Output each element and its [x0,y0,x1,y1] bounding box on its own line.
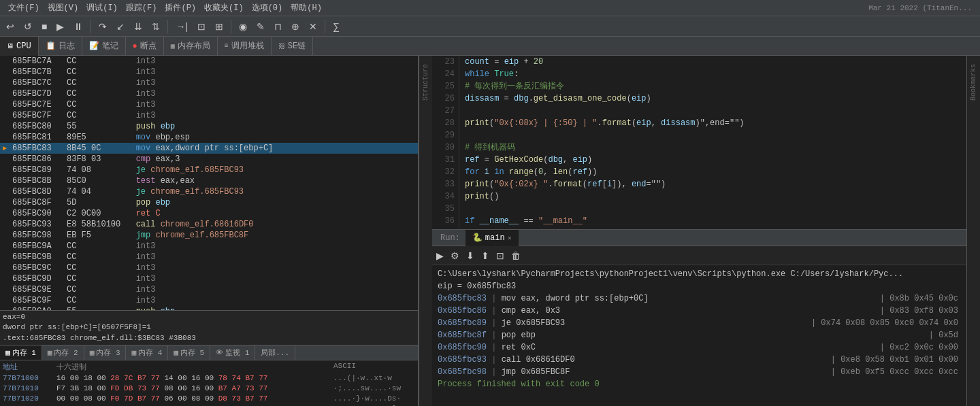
code-line[interactable] [465,203,961,215]
run-scroll-btn[interactable]: ⊡ [495,249,506,263]
menu-favorites[interactable]: 收藏夹(I) [200,2,248,14]
table-row[interactable]: 685FBC8189E5mov ebp,esp [0,132,418,143]
table-row[interactable]: 685FBC8055push ebp [0,121,418,132]
code-line[interactable]: for i in range(0, len(ref)) [465,166,961,178]
memory-tab-3-icon: ▦ [90,348,95,357]
toolbar-pause[interactable]: ⏸ [70,20,86,33]
toolbar-add[interactable]: ⊕ [288,20,303,33]
table-row[interactable]: 685FBC7ACCint3 [0,56,418,67]
menu-options[interactable]: 选项(0) [248,2,287,14]
run-output-row: 0x685fbc8f | pop ebp| 0x5d [438,329,961,341]
table-row[interactable]: 685FBC7BCCint3 [0,67,418,78]
disasm-area[interactable]: 685FBC7ACCint3685FBC7BCCint3685FBC7CCCin… [0,56,418,310]
code-line[interactable] [465,105,961,117]
table-row[interactable]: 685FBC8B85C0test eax,eax [0,175,418,186]
code-line[interactable]: # 每次得到一条反汇编指令 [465,80,961,92]
code-line[interactable]: count = eip + 20 [465,56,961,68]
tab-call-stack[interactable]: ≡ 调用堆栈 [218,37,272,56]
table-row[interactable]: 685FBC9FCCint3 [0,295,418,306]
memory-row[interactable]: 77B71010F7 3B 18 00 FD DB 73 77 08 00 16… [3,383,415,393]
memory-row[interactable]: 77B7100016 00 18 00 28 7C B7 77 14 00 16… [3,373,415,383]
toolbar-stop[interactable]: ■ [38,20,50,33]
editor-area[interactable]: 2324252627282930313233343536 count = eip… [432,56,966,229]
run-settings-btn[interactable]: ⚙ [449,249,461,263]
memory-tab-5[interactable]: ▦ 内存 5 [168,345,210,360]
toolbar-forward[interactable]: ↺ [20,20,35,33]
bookmarks-label: Bookmarks [970,64,977,101]
toolbar-sum[interactable]: ∑ [329,20,343,33]
tab-memory-layout[interactable]: ▦ 内存布局 [164,37,218,56]
run-tab-main[interactable]: 🐍 main ✕ [466,230,519,246]
toolbar-goto[interactable]: →| [172,20,191,33]
toolbar-edit[interactable]: ✎ [253,20,268,33]
code-line[interactable]: while True: [465,68,961,80]
menu-help[interactable]: 帮助(H) [287,2,326,14]
memory-tab-3[interactable]: ▦ 内存 3 [84,345,127,360]
toolbar-patch[interactable]: ⊞ [212,20,227,33]
memory-tab-1[interactable]: ▦ 内存 1 [0,345,42,360]
table-row[interactable]: 685FBC9ECCint3 [0,284,418,295]
toolbar-bp[interactable]: ◉ [235,20,250,33]
toolbar-close[interactable]: ✕ [306,20,321,33]
code-line[interactable] [465,129,961,141]
run-filter-btn[interactable]: ⬆ [480,249,491,263]
tab-breakpoints[interactable]: ● 断点 [126,37,164,56]
table-row[interactable]: 685FBC8683F8 03cmp eax,3 [0,154,418,165]
memory-row[interactable]: 77B7102000 00 08 00 F0 7D B7 77 06 00 08… [3,393,415,403]
memory-tab-1-icon: ▦ [5,348,10,357]
tab-seh[interactable]: ⛓ SE链 [272,37,313,56]
table-row[interactable]: 685FBC7CCCint3 [0,78,418,88]
line-number: 31 [436,154,455,166]
table-row[interactable]: 685FBC93E8 58B10100call chrome_elf.68616… [0,219,418,230]
table-row[interactable]: 685FBC9BCCint3 [0,252,418,263]
memory-tab-2[interactable]: ▦ 内存 2 [42,345,84,360]
code-line[interactable]: print("0x{:08x} | {:50} | ".format(eip, … [465,117,961,129]
tab-cpu[interactable]: 🖥 CPU [0,37,39,56]
code-content[interactable]: count = eip + 20 while True: # 每次得到一条反汇编… [459,56,966,229]
table-row[interactable]: ►685FBC838B45 0Cmov eax,dword ptr ss:[eb… [0,143,418,154]
code-line[interactable]: if __name__ == "__main__" [465,215,961,227]
toolbar-step-over[interactable]: ↙ [113,20,128,33]
code-line[interactable]: print() [465,190,961,203]
tab-log[interactable]: 📋 日志 [39,37,82,56]
table-row[interactable]: 685FBC90C2 0C00ret C [0,208,418,219]
run-tab-close-icon[interactable]: ✕ [508,234,512,242]
menu-file[interactable]: 文件(F) [4,2,44,14]
toolbar-step-out[interactable]: ⇊ [131,20,146,33]
run-play-btn[interactable]: ▶ [435,249,445,263]
toolbar-mem[interactable]: ⊓ [271,20,285,33]
code-line[interactable]: ref = GetHexCode(dbg, eip) [465,154,961,166]
table-row[interactable]: 685FBC8F5Dpop ebp [0,197,418,208]
menu-plugin[interactable]: 插件(P) [161,2,200,14]
table-row[interactable]: 685FBC7ECCint3 [0,99,418,110]
code-line[interactable]: # 得到机器码 [465,141,961,154]
toolbar-back[interactable]: ↩ [3,20,18,33]
run-output-row: 0x685fbc98 | jmp 0x685FBC8F| 0xeb 0xf5 0… [438,366,961,378]
table-row[interactable]: 685FBC9CCCint3 [0,263,418,273]
memory-tab-local[interactable]: 局部... [255,345,295,360]
table-row[interactable]: 685FBC9ACCint3 [0,241,418,252]
menu-trace[interactable]: 跟踪(F) [122,2,161,14]
toolbar-exec-till[interactable]: ⇅ [148,20,163,33]
memory-tab-5-icon: ▦ [174,348,178,357]
table-row[interactable]: 685FBC8974 08je chrome_elf.685FBC93 [0,165,418,175]
code-line[interactable]: print("0x{:02x} ".format(ref[i]), end=""… [465,178,961,190]
toolbar-step-into[interactable]: ↷ [95,20,110,33]
toolbar-run[interactable]: ▶ [53,20,67,33]
run-step-btn[interactable]: ⬇ [465,249,476,263]
memory-tab-watch1[interactable]: 👁 监视 1 [210,345,255,360]
menu-debug[interactable]: 调试(I) [82,2,122,14]
table-row[interactable]: 685FBC7DCCint3 [0,88,418,99]
table-row[interactable]: 685FBC7FCCint3 [0,110,418,121]
table-row[interactable]: 685FBC98EB F5jmp chrome_elf.685FBC8F [0,230,418,241]
side-strip-structure: Structure [419,56,432,406]
toolbar-search[interactable]: ⊡ [194,20,209,33]
memory-row[interactable]: 77B7103006 00 08 00 D9 70 B7 77 06 00 08… [3,403,415,406]
memory-tab-4[interactable]: ▦ 内存 4 [126,345,168,360]
code-line[interactable]: dissasm = dbg.get_disasm_one_code(eip) [465,92,961,105]
tab-notes[interactable]: 📝 笔记 [82,37,126,56]
menu-view[interactable]: 视图(V) [44,2,83,14]
table-row[interactable]: 685FBC8D74 04je chrome_elf.685FBC93 [0,186,418,197]
run-clear-btn[interactable]: 🗑 [510,249,522,263]
table-row[interactable]: 685FBC9DCCint3 [0,273,418,284]
